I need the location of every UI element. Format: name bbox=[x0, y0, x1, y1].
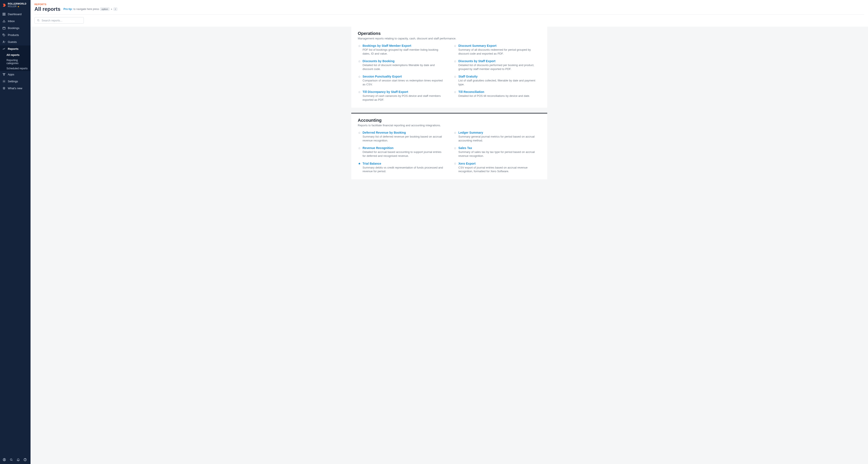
report-item: Xero Export CSV export of journal entrie… bbox=[454, 162, 541, 173]
report-item: Bookings by Staff Member Export PDF list… bbox=[358, 44, 445, 56]
sidebar: ROLLERWORLD ROLLER ★ Dashboard Inbox bbox=[0, 0, 31, 464]
report-link[interactable]: Sales Tax bbox=[459, 146, 541, 150]
svg-point-6 bbox=[3, 41, 4, 42]
report-link[interactable]: Ledger Summary bbox=[459, 131, 541, 134]
sidebar-item-apps[interactable]: Apps bbox=[0, 71, 31, 78]
report-link[interactable]: Discount Summary Export bbox=[459, 44, 541, 48]
sidebar-subitem-reporting-categories[interactable]: Reporting categories bbox=[0, 58, 31, 66]
apps-icon bbox=[2, 73, 6, 76]
help-icon[interactable] bbox=[23, 458, 27, 461]
primary-nav: Dashboard Inbox Bookings Products bbox=[0, 10, 31, 92]
search-icon[interactable] bbox=[9, 458, 13, 461]
favorite-star-icon[interactable] bbox=[358, 147, 361, 150]
svg-rect-1 bbox=[4, 13, 5, 14]
svg-point-7 bbox=[3, 73, 3, 74]
favorite-star-icon[interactable] bbox=[454, 131, 457, 134]
guests-icon bbox=[2, 40, 6, 44]
kbd-option: option bbox=[100, 7, 110, 11]
favorite-star-icon[interactable] bbox=[454, 147, 457, 150]
report-item: Revenue Recognition Detailed for accrual… bbox=[358, 146, 445, 158]
breadcrumb: REPORTS bbox=[34, 3, 864, 6]
sidebar-item-label: Inbox bbox=[8, 20, 15, 23]
favorite-star-icon[interactable] bbox=[454, 60, 457, 63]
search-box[interactable] bbox=[34, 17, 84, 24]
sidebar-item-whatsnew[interactable]: What's new bbox=[0, 85, 31, 92]
report-item: Staff Gratuity List of staff gratuities … bbox=[454, 75, 541, 86]
sidebar-item-bookings[interactable]: Bookings bbox=[0, 25, 31, 32]
report-link[interactable]: Revenue Recognition bbox=[363, 146, 445, 150]
report-desc: CSV export of journal entries based on a… bbox=[459, 166, 541, 173]
content-area: Operations Management reports relating t… bbox=[31, 27, 868, 186]
inbox-icon bbox=[2, 20, 6, 23]
favorite-star-icon[interactable] bbox=[358, 91, 361, 94]
report-item: Discounts by Staff Export Detailed list … bbox=[454, 59, 541, 71]
sidebar-item-label: Settings bbox=[8, 80, 18, 83]
calendar-icon bbox=[2, 26, 6, 30]
report-link[interactable]: Till Discrepancy by Staff Export bbox=[363, 90, 445, 94]
svg-rect-4 bbox=[3, 27, 5, 29]
dashboard-icon bbox=[2, 12, 6, 16]
report-desc: Summary of cash variances by POS device … bbox=[363, 94, 445, 102]
favorite-star-icon[interactable] bbox=[358, 44, 361, 48]
svg-point-12 bbox=[4, 459, 5, 460]
report-link[interactable]: Bookings by Staff Member Export bbox=[363, 44, 445, 48]
report-link[interactable]: Discounts by Staff Export bbox=[459, 59, 541, 63]
brand-subtitle: ROLLER ★ bbox=[8, 5, 26, 8]
report-item: Discount Summary Export Summary of all d… bbox=[454, 44, 541, 56]
favorite-star-icon[interactable] bbox=[358, 162, 361, 165]
pro-tip: Pro tip: to navigate here press option +… bbox=[63, 7, 117, 11]
report-desc: Summary of all discounts redeemed for pe… bbox=[459, 48, 541, 56]
report-link[interactable]: Xero Export bbox=[459, 162, 541, 165]
favorite-star-icon[interactable] bbox=[358, 60, 361, 63]
section-desc: Reports to facilitate financial reportin… bbox=[358, 124, 541, 127]
svg-rect-3 bbox=[4, 14, 5, 16]
sidebar-item-products[interactable]: Products bbox=[0, 32, 31, 38]
brand-sub-text: ROLLER bbox=[8, 5, 17, 7]
report-item: Session Punctuality Export Comparison of… bbox=[358, 75, 445, 86]
sidebar-item-label: Apps bbox=[8, 73, 14, 76]
report-link[interactable]: Discounts by Booking bbox=[363, 59, 445, 63]
svg-rect-2 bbox=[3, 14, 3, 16]
favorite-star-icon[interactable] bbox=[454, 91, 457, 94]
report-item: Deferred Revenue by Booking Summary list… bbox=[358, 131, 445, 142]
brand-star-icon: ★ bbox=[17, 5, 20, 8]
sidebar-subitem-scheduled-reports[interactable]: Scheduled reports bbox=[0, 66, 31, 71]
bell-icon[interactable] bbox=[17, 458, 20, 461]
report-desc: Summary general journal metrics for peri… bbox=[459, 135, 541, 142]
section-desc: Management reports relating to capacity,… bbox=[358, 37, 541, 40]
favorite-star-icon[interactable] bbox=[454, 75, 457, 78]
sidebar-item-settings[interactable]: Settings bbox=[0, 78, 31, 85]
report-link[interactable]: Staff Gratuity bbox=[459, 75, 541, 78]
report-link[interactable]: Deferred Revenue by Booking bbox=[363, 131, 445, 134]
page-title: All reports bbox=[34, 6, 60, 12]
report-item: Till Discrepancy by Staff Export Summary… bbox=[358, 90, 445, 102]
report-item: Till Reconciliation Detailed list of POS… bbox=[454, 90, 541, 102]
report-desc: Summary list of deferred revenue per boo… bbox=[363, 135, 445, 142]
sidebar-bottom-bar bbox=[0, 456, 31, 464]
sidebar-item-guests[interactable]: Guests bbox=[0, 38, 31, 45]
favorite-star-icon[interactable] bbox=[358, 131, 361, 134]
account-icon[interactable] bbox=[3, 458, 6, 461]
page-header: REPORTS All reports Pro tip: to navigate… bbox=[31, 0, 868, 27]
search-input[interactable] bbox=[41, 19, 82, 22]
report-grid: Deferred Revenue by Booking Summary list… bbox=[358, 131, 541, 173]
sidebar-item-dashboard[interactable]: Dashboard bbox=[0, 11, 31, 18]
report-item: Trial Balance Summary debits vs credit r… bbox=[358, 162, 445, 173]
report-desc: Summary debits vs credit representation … bbox=[363, 166, 445, 173]
report-link[interactable]: Till Reconciliation bbox=[459, 90, 530, 94]
report-link[interactable]: Trial Balance bbox=[363, 162, 445, 165]
svg-point-16 bbox=[37, 20, 39, 21]
report-desc: List of staff gratuities collected, filt… bbox=[459, 79, 541, 86]
sidebar-subitem-all-reports[interactable]: All reports bbox=[0, 53, 31, 58]
svg-point-8 bbox=[4, 73, 5, 74]
favorite-star-icon[interactable] bbox=[454, 44, 457, 48]
favorite-star-icon[interactable] bbox=[358, 75, 361, 78]
sidebar-item-inbox[interactable]: Inbox bbox=[0, 18, 31, 25]
svg-point-15 bbox=[25, 460, 25, 461]
svg-point-13 bbox=[10, 459, 12, 460]
kbd-r: r bbox=[114, 7, 117, 11]
sidebar-item-reports[interactable]: Reports bbox=[0, 45, 31, 53]
gear-icon bbox=[2, 80, 6, 83]
report-link[interactable]: Session Punctuality Export bbox=[363, 75, 445, 78]
favorite-star-icon[interactable] bbox=[454, 162, 457, 165]
